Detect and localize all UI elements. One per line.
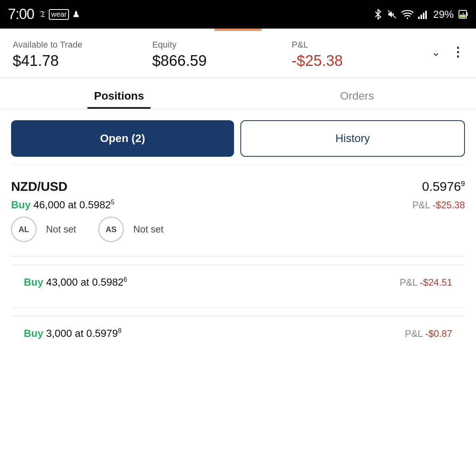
pl: P&L -$25.38	[292, 40, 431, 69]
sub-trade-1[interactable]: Buy 43,000 at 0.59826 P&L -$24.51	[11, 265, 465, 300]
pl-label: P&L	[292, 40, 431, 50]
nyt-icon: 𝔗	[40, 9, 46, 19]
alert-as-label: Not set	[133, 224, 163, 235]
pl-value: -$25.38	[292, 52, 431, 69]
svg-rect-6	[425, 11, 427, 19]
svg-text:↕: ↕	[412, 10, 413, 14]
trade-price: 0.59769	[422, 179, 465, 194]
summary-actions: ⌄ ⋮	[431, 40, 463, 60]
wear-icon: wear	[49, 9, 69, 20]
status-bar: 7:00 𝔗 wear ♟ ↕ 29	[0, 0, 476, 29]
battery-icon	[459, 9, 468, 19]
main-tabs: Positions Orders	[0, 78, 476, 109]
bluetooth-icon	[374, 9, 382, 20]
status-time: 7:00	[8, 6, 34, 23]
tab-positions[interactable]: Positions	[0, 78, 238, 109]
trade-details-main: Buy 46,000 at 0.59825 P&L -$25.38	[11, 199, 465, 211]
svg-rect-8	[466, 13, 468, 16]
sub-trade-1-row: Buy 43,000 at 0.59826 P&L -$24.51	[24, 276, 452, 288]
svg-rect-5	[423, 13, 424, 19]
divider-2	[11, 308, 465, 308]
divider-1	[11, 256, 465, 257]
trade-pair: NZD/USD	[11, 179, 67, 194]
alert-al-badge[interactable]: AL	[11, 217, 36, 242]
trade-entry-nzdusd[interactable]: NZD/USD 0.59769 Buy 46,000 at 0.59825 P&…	[11, 173, 465, 248]
signal-icon	[418, 9, 428, 19]
open-positions-button[interactable]: Open (2)	[11, 120, 234, 157]
chess-icon: ♟	[72, 9, 80, 19]
status-right: ↕ 29%	[374, 8, 468, 21]
sub-trade-2-buy-info: Buy 3,000 at 0.59798	[24, 327, 121, 340]
available-to-trade-label: Available to Trade	[13, 40, 152, 50]
trade-pl-main: P&L -$25.38	[412, 200, 465, 211]
alert-as-badge[interactable]: AS	[98, 217, 124, 242]
history-button[interactable]: History	[240, 120, 465, 157]
status-left: 7:00 𝔗 wear ♟	[8, 6, 80, 23]
available-to-trade: Available to Trade $41.78	[13, 40, 152, 69]
positions-section: Open (2) History NZD/USD 0.59769 Buy 46,…	[0, 109, 476, 351]
account-summary: Available to Trade $41.78 Equity $866.59…	[0, 29, 476, 78]
sub-trade-2-pl: P&L -$0.87	[405, 328, 452, 339]
more-menu-icon[interactable]: ⋮	[451, 44, 463, 60]
mute-icon	[387, 9, 397, 19]
svg-point-1	[407, 17, 408, 19]
sub-trade-2[interactable]: Buy 3,000 at 0.59798 P&L -$0.87	[11, 316, 465, 351]
sub-trade-1-buy-info: Buy 43,000 at 0.59826	[24, 276, 127, 288]
sub-trade-1-pl: P&L -$24.51	[399, 277, 452, 288]
alert-row: AL Not set AS Not set	[11, 217, 465, 242]
divider-top	[11, 165, 465, 165]
sub-trade-2-row: Buy 3,000 at 0.59798 P&L -$0.87	[24, 327, 452, 340]
equity-label: Equity	[152, 40, 292, 50]
tab-orders[interactable]: Orders	[238, 78, 476, 109]
status-icons: 𝔗 wear ♟	[40, 9, 80, 20]
trade-header: NZD/USD 0.59769	[11, 179, 465, 194]
wifi-icon: ↕	[401, 9, 413, 19]
svg-marker-10	[462, 11, 464, 14]
equity-value: $866.59	[152, 52, 292, 69]
alert-al-label: Not set	[46, 224, 76, 235]
position-buttons: Open (2) History	[11, 120, 465, 157]
svg-rect-9	[460, 15, 466, 17]
chevron-down-icon[interactable]: ⌄	[431, 46, 440, 59]
summary-row: Available to Trade $41.78 Equity $866.59…	[13, 40, 463, 69]
svg-rect-4	[420, 15, 422, 19]
equity: Equity $866.59	[152, 40, 292, 69]
trade-buy-info: Buy 46,000 at 0.59825	[11, 199, 114, 211]
svg-rect-3	[418, 17, 420, 19]
available-to-trade-value: $41.78	[13, 52, 152, 69]
battery-text: 29%	[433, 8, 454, 21]
scroll-indicator	[214, 29, 262, 31]
